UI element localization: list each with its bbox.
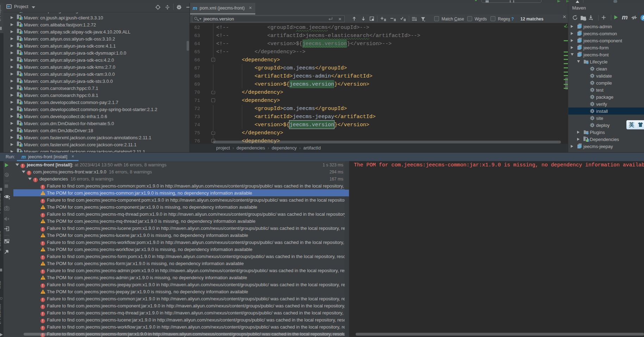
svg-text:9: 9 bbox=[6, 173, 8, 177]
